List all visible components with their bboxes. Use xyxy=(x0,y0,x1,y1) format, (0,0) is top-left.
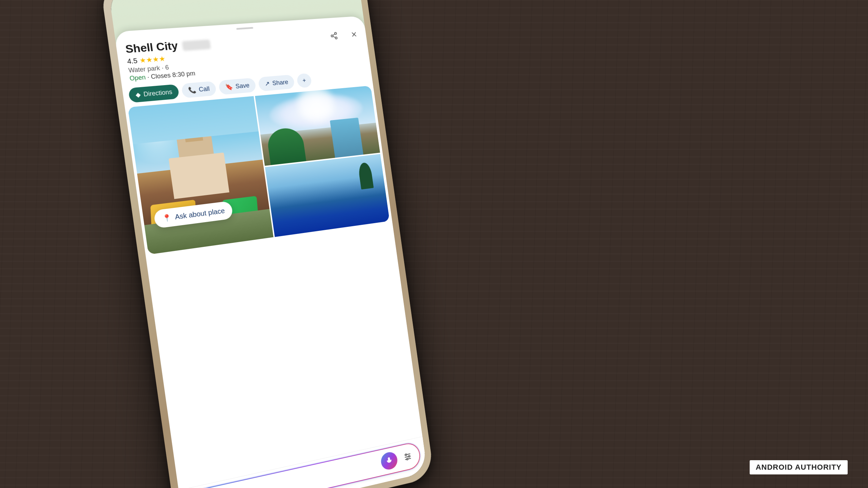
share-button[interactable]: ↗ Share xyxy=(258,75,295,92)
photo-waterpark-main[interactable] xyxy=(128,96,274,255)
svg-point-15 xyxy=(407,458,408,460)
more-button[interactable]: + xyxy=(296,73,312,88)
blurred-title-part xyxy=(182,39,211,51)
gemini-tune-button[interactable] xyxy=(400,448,416,465)
svg-point-13 xyxy=(405,454,407,455)
gemini-placeholder-text: Ask Gemini xyxy=(202,459,378,488)
svg-point-2 xyxy=(335,37,337,39)
svg-line-9 xyxy=(389,465,391,465)
photo-slide-closeup[interactable] xyxy=(255,86,380,166)
directions-button[interactable]: ◆ Directions xyxy=(128,84,180,103)
screen: Shell City 4.5 ★★★★ Water park · 6 Open … xyxy=(108,0,428,488)
phone-icon: 📞 xyxy=(188,86,197,94)
phone-outer: Shell City 4.5 ★★★★ Water park · 6 Open … xyxy=(100,0,434,488)
microphone-icon xyxy=(384,456,394,466)
svg-line-4 xyxy=(333,34,335,35)
save-button[interactable]: 🔖 Save xyxy=(218,78,257,95)
ask-tooltip-text: Ask about place xyxy=(174,207,225,221)
gemini-bar: + Ask Gemini xyxy=(179,436,428,488)
gemini-mic-button[interactable] xyxy=(380,451,399,471)
close-icon xyxy=(350,30,358,38)
close-button[interactable] xyxy=(346,27,362,42)
svg-line-3 xyxy=(333,36,335,38)
tune-icon xyxy=(403,451,413,462)
photo-water[interactable] xyxy=(265,154,390,237)
rating-number: 4.5 xyxy=(127,57,138,65)
pin-icon: 📍 xyxy=(162,213,172,223)
stars: ★★★★ xyxy=(139,55,166,65)
share-header-button[interactable] xyxy=(326,28,342,43)
header-icons xyxy=(326,27,362,43)
call-button[interactable]: 📞 Call xyxy=(181,81,217,98)
svg-point-14 xyxy=(408,455,410,457)
bookmark-icon: 🔖 xyxy=(225,83,233,91)
phone-inner: Shell City 4.5 ★★★★ Water park · 6 Open … xyxy=(108,0,428,488)
photos-grid[interactable]: 📍 Ask about place xyxy=(128,86,390,255)
directions-diamond-icon: ◆ xyxy=(135,91,141,99)
open-status: Open xyxy=(129,74,146,82)
watermark: ANDROID AUTHORITY xyxy=(750,460,848,474)
share-btn-icon: ↗ xyxy=(264,80,270,88)
share-icon xyxy=(330,32,338,40)
bottom-sheet: Shell City 4.5 ★★★★ Water park · 6 Open … xyxy=(114,16,428,488)
gemini-input-area[interactable]: + Ask Gemini xyxy=(185,441,421,488)
phone: Shell City 4.5 ★★★★ Water park · 6 Open … xyxy=(100,0,434,488)
